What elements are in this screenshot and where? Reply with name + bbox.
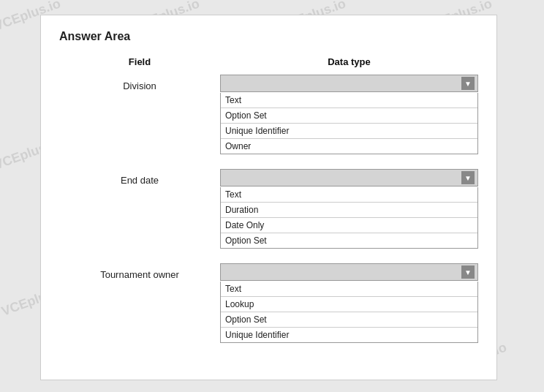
enddate-option-text[interactable]: Text bbox=[221, 187, 477, 203]
enddate-dropdown-arrow[interactable]: ▼ bbox=[461, 171, 475, 184]
enddate-option-optionset[interactable]: Option Set bbox=[221, 233, 477, 248]
tournamentowner-dropdown-container: ▼ Text Lookup Option Set Unique Identifi… bbox=[220, 263, 478, 343]
table-header: Field Data type bbox=[59, 56, 478, 67]
division-dropdown-list: Text Option Set Unique Identifier Owner bbox=[220, 93, 478, 154]
division-option-owner[interactable]: Owner bbox=[221, 139, 477, 154]
division-option-text[interactable]: Text bbox=[221, 93, 477, 108]
division-dropdown-header[interactable]: ▼ bbox=[220, 75, 478, 92]
enddate-option-duration[interactable]: Duration bbox=[221, 203, 477, 218]
tournamentowner-dropdown-header[interactable]: ▼ bbox=[220, 263, 478, 281]
tournamentowner-option-optionset[interactable]: Option Set bbox=[221, 312, 477, 328]
tournamentowner-option-text[interactable]: Text bbox=[221, 282, 477, 297]
tournamentowner-dropdown-arrow[interactable]: ▼ bbox=[461, 265, 475, 279]
division-dropdown-container: ▼ Text Option Set Unique Identifier Owne… bbox=[220, 75, 478, 154]
division-row: Division ▼ Text Option Set Unique Identi… bbox=[59, 75, 478, 154]
enddate-dropdown-list: Text Duration Date Only Option Set bbox=[220, 187, 478, 249]
enddate-dropdown-container: ▼ Text Duration Date Only Option Set bbox=[220, 169, 478, 249]
answer-area-card: Answer Area Field Data type Division ▼ T… bbox=[40, 15, 497, 380]
enddate-row: End date ▼ Text Duration Date Only Optio… bbox=[59, 169, 478, 249]
division-option-optionset[interactable]: Option Set bbox=[221, 108, 477, 124]
tournamentowner-option-uniqueidentifier[interactable]: Unique Identifier bbox=[221, 328, 477, 342]
page-title: Answer Area bbox=[59, 30, 478, 43]
enddate-dropdown-header[interactable]: ▼ bbox=[220, 169, 478, 186]
division-field-label: Division bbox=[59, 75, 220, 91]
enddate-field-label: End date bbox=[59, 169, 220, 186]
tournamentowner-field-label: Tournament owner bbox=[59, 263, 220, 280]
tournamentowner-option-lookup[interactable]: Lookup bbox=[221, 297, 477, 312]
enddate-option-dateonly[interactable]: Date Only bbox=[221, 218, 477, 233]
datatype-column-header: Data type bbox=[220, 56, 478, 67]
division-dropdown-arrow[interactable]: ▼ bbox=[461, 77, 475, 90]
field-column-header: Field bbox=[59, 56, 220, 67]
tournamentowner-row: Tournament owner ▼ Text Lookup Option Se… bbox=[59, 263, 478, 343]
tournamentowner-dropdown-list: Text Lookup Option Set Unique Identifier bbox=[220, 282, 478, 343]
division-option-uniqueidentifier[interactable]: Unique Identifier bbox=[221, 124, 477, 139]
